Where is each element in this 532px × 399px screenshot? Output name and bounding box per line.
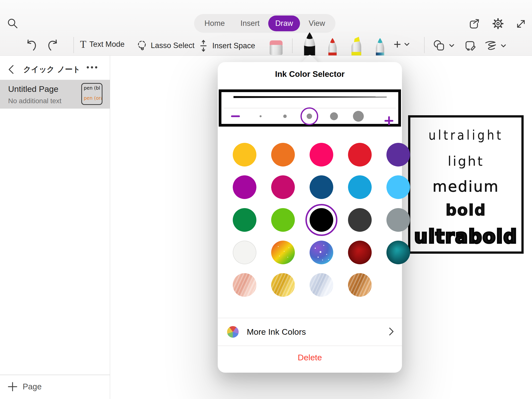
back-chevron-icon[interactable] bbox=[8, 65, 14, 74]
ink-sample-medium: medium bbox=[432, 178, 499, 195]
settings-gear-icon[interactable] bbox=[492, 17, 504, 30]
share-icon[interactable] bbox=[468, 18, 480, 30]
swatch-magenta[interactable] bbox=[233, 175, 256, 199]
color-wheel-icon bbox=[227, 326, 239, 338]
pen-weight-sample-panel: ultralightlightmediumboldultrabold bbox=[408, 115, 524, 254]
swatch-dark-blue[interactable] bbox=[310, 175, 333, 199]
ink-annotate-icon[interactable] bbox=[464, 39, 477, 52]
swatch-rose-gold[interactable] bbox=[233, 273, 256, 297]
lasso-icon bbox=[136, 39, 148, 52]
shapes-button[interactable] bbox=[432, 39, 455, 52]
tab-view[interactable]: View bbox=[302, 16, 332, 31]
undo-icon[interactable] bbox=[25, 38, 37, 52]
swatch-green[interactable] bbox=[233, 208, 256, 232]
page-subtitle: No additional text bbox=[8, 97, 61, 105]
pencil-teal-tool[interactable] bbox=[373, 37, 387, 55]
notebook-title: クイック ノート bbox=[17, 64, 86, 75]
ink-sample-bold: bold bbox=[446, 201, 486, 219]
swatch-red[interactable] bbox=[348, 143, 372, 166]
insert-space-button[interactable]: Insert Space bbox=[198, 39, 255, 52]
delete-button[interactable]: Delete bbox=[218, 353, 402, 362]
page-list-item-selected[interactable]: Untitled Page No additional text pen (bl… bbox=[0, 80, 110, 109]
ribbon-tab-bar: HomeInsertDrawView bbox=[194, 14, 335, 33]
swatch-ocean[interactable] bbox=[386, 241, 410, 264]
text-mode-icon: T bbox=[80, 39, 86, 49]
pen-red-tool[interactable] bbox=[326, 37, 339, 55]
top-toolbar: HomeInsertDrawView bbox=[0, 0, 532, 56]
swatch-orange[interactable] bbox=[271, 143, 295, 166]
page-title: Untitled Page bbox=[8, 84, 58, 94]
redo-icon[interactable] bbox=[47, 38, 60, 52]
plus-icon: + bbox=[394, 39, 401, 50]
divider bbox=[218, 346, 402, 346]
ink-replay-button[interactable] bbox=[484, 40, 506, 52]
swatch-sky-blue[interactable] bbox=[386, 175, 410, 199]
chevron-down-icon bbox=[404, 42, 410, 47]
add-page-button[interactable]: Page bbox=[0, 375, 110, 399]
swatch-dark-gray[interactable] bbox=[348, 208, 372, 232]
more-options-icon[interactable] bbox=[87, 66, 97, 68]
thumbnail-ink-text-black: pen (bl bbox=[84, 85, 100, 91]
shapes-icon bbox=[432, 39, 446, 52]
swatch-gold[interactable] bbox=[271, 273, 295, 297]
swatch-rainbow-glitter[interactable] bbox=[271, 241, 295, 264]
search-icon[interactable] bbox=[7, 18, 19, 30]
scribble-icon bbox=[484, 40, 498, 52]
swatch-gold-yellow[interactable] bbox=[233, 143, 256, 166]
add-pen-button[interactable]: + bbox=[394, 39, 410, 50]
chevron-right-icon bbox=[389, 327, 394, 336]
swatch-bronze[interactable] bbox=[348, 273, 372, 297]
swatch-garnet[interactable] bbox=[348, 241, 372, 264]
ink-color-selector-popup: Ink Color Selector More Ink Colors Delet… bbox=[218, 62, 402, 373]
swatch-purple[interactable] bbox=[386, 143, 410, 166]
more-ink-colors-label: More Ink Colors bbox=[247, 327, 306, 337]
tab-insert[interactable]: Insert bbox=[233, 16, 266, 31]
ink-sample-ultrabold: ultrabold bbox=[414, 225, 517, 247]
swatch-white[interactable] bbox=[233, 241, 256, 264]
swatch-hot-pink[interactable] bbox=[310, 143, 333, 166]
ink-sample-ultralight: ultralight bbox=[429, 128, 503, 143]
tab-home[interactable]: Home bbox=[198, 16, 232, 31]
fullscreen-expand-icon[interactable] bbox=[515, 18, 527, 30]
chevron-down-icon bbox=[449, 43, 455, 48]
ink-sample-light: light bbox=[448, 154, 484, 169]
swatch-black[interactable] bbox=[310, 208, 333, 232]
swatch-silver[interactable] bbox=[310, 273, 333, 297]
swatch-cerulean[interactable] bbox=[348, 175, 372, 199]
page-thumbnail: pen (bl pen (ora bbox=[81, 83, 102, 105]
add-page-label: Page bbox=[23, 382, 42, 391]
page-list-sidebar: クイック ノート Untitled Page No additional tex… bbox=[0, 55, 110, 399]
eraser-tool[interactable] bbox=[268, 40, 284, 55]
insert-space-icon bbox=[198, 39, 209, 52]
thumbnail-ink-text-orange: pen (ora bbox=[84, 95, 102, 101]
swatch-lime-green[interactable] bbox=[271, 208, 295, 232]
tab-draw[interactable]: Draw bbox=[268, 16, 300, 31]
plus-icon bbox=[7, 382, 18, 392]
swatch-raspberry[interactable] bbox=[271, 175, 295, 199]
swatch-galaxy[interactable] bbox=[310, 241, 333, 264]
lasso-select-button[interactable]: Lasso Select bbox=[136, 39, 195, 52]
chevron-down-icon bbox=[500, 44, 506, 48]
more-ink-colors-button[interactable]: More Ink Colors bbox=[218, 318, 402, 346]
swatch-gray[interactable] bbox=[386, 208, 410, 232]
highlighter-yellow-tool[interactable] bbox=[347, 36, 366, 55]
pen-black-tool[interactable] bbox=[300, 32, 319, 55]
text-mode-button[interactable]: T Text Mode bbox=[80, 39, 125, 49]
